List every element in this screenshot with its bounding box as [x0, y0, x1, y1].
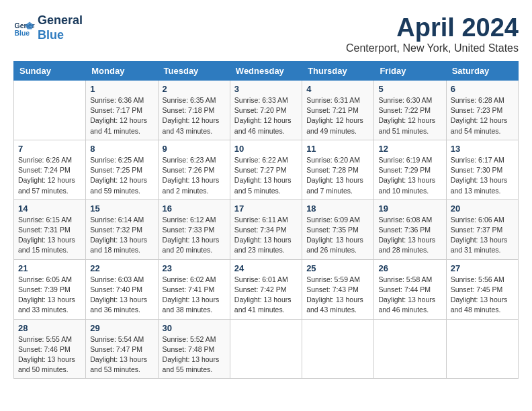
day-info: Sunrise: 5:59 AMSunset: 7:43 PMDaylight:…	[306, 275, 369, 316]
day-number: 29	[90, 323, 153, 333]
calendar-cell: 18Sunrise: 6:09 AMSunset: 7:35 PMDayligh…	[302, 199, 374, 259]
day-number: 5	[378, 84, 441, 94]
calendar-cell: 1Sunrise: 6:36 AMSunset: 7:17 PMDaylight…	[86, 81, 158, 140]
day-info: Sunrise: 6:19 AMSunset: 7:29 PMDaylight:…	[378, 155, 441, 196]
svg-text:Blue: Blue	[15, 30, 30, 37]
day-number: 18	[306, 203, 369, 214]
calendar-table: SundayMondayTuesdayWednesdayThursdayFrid…	[13, 61, 519, 379]
calendar-cell: 25Sunrise: 5:59 AMSunset: 7:43 PMDayligh…	[302, 259, 374, 319]
calendar-cell: 21Sunrise: 6:05 AMSunset: 7:39 PMDayligh…	[14, 259, 86, 319]
calendar-cell: 14Sunrise: 6:15 AMSunset: 7:31 PMDayligh…	[14, 199, 86, 259]
day-info: Sunrise: 6:05 AMSunset: 7:39 PMDaylight:…	[18, 275, 81, 316]
calendar-cell	[446, 319, 518, 379]
header: General Blue General Blue April 2024 Cen…	[13, 13, 519, 54]
weekday-header-row: SundayMondayTuesdayWednesdayThursdayFrid…	[14, 62, 519, 81]
logo-icon: General Blue	[13, 17, 35, 39]
day-info: Sunrise: 6:33 AMSunset: 7:20 PMDaylight:…	[234, 95, 298, 136]
calendar-week-row: 14Sunrise: 6:15 AMSunset: 7:31 PMDayligh…	[14, 199, 519, 259]
day-number: 20	[451, 203, 514, 214]
calendar-cell: 13Sunrise: 6:17 AMSunset: 7:30 PMDayligh…	[446, 140, 518, 199]
calendar-cell: 7Sunrise: 6:26 AMSunset: 7:24 PMDaylight…	[14, 140, 86, 199]
day-info: Sunrise: 5:55 AMSunset: 7:46 PMDaylight:…	[18, 334, 81, 375]
day-number: 27	[451, 263, 514, 273]
day-number: 26	[378, 263, 441, 273]
calendar-cell: 28Sunrise: 5:55 AMSunset: 7:46 PMDayligh…	[14, 319, 86, 379]
calendar-cell: 11Sunrise: 6:20 AMSunset: 7:28 PMDayligh…	[302, 140, 374, 199]
calendar-week-row: 1Sunrise: 6:36 AMSunset: 7:17 PMDaylight…	[14, 81, 519, 140]
day-number: 11	[306, 144, 369, 154]
calendar-cell: 24Sunrise: 6:01 AMSunset: 7:42 PMDayligh…	[230, 259, 302, 319]
day-info: Sunrise: 6:28 AMSunset: 7:23 PMDaylight:…	[451, 95, 514, 136]
calendar-cell: 22Sunrise: 6:03 AMSunset: 7:40 PMDayligh…	[86, 259, 158, 319]
calendar-cell: 8Sunrise: 6:25 AMSunset: 7:25 PMDaylight…	[86, 140, 158, 199]
weekday-header: Tuesday	[158, 62, 230, 81]
calendar-cell: 16Sunrise: 6:12 AMSunset: 7:33 PMDayligh…	[158, 199, 230, 259]
day-number: 22	[90, 263, 153, 273]
calendar-cell: 2Sunrise: 6:35 AMSunset: 7:18 PMDaylight…	[158, 81, 230, 140]
location-title: Centerport, New York, United States	[346, 42, 519, 54]
day-info: Sunrise: 5:58 AMSunset: 7:44 PMDaylight:…	[378, 275, 441, 316]
day-info: Sunrise: 6:14 AMSunset: 7:32 PMDaylight:…	[90, 215, 153, 256]
weekday-header: Monday	[86, 62, 158, 81]
day-info: Sunrise: 6:36 AMSunset: 7:17 PMDaylight:…	[90, 95, 153, 136]
day-info: Sunrise: 6:30 AMSunset: 7:22 PMDaylight:…	[378, 95, 441, 136]
day-info: Sunrise: 6:09 AMSunset: 7:35 PMDaylight:…	[306, 215, 369, 256]
day-info: Sunrise: 6:25 AMSunset: 7:25 PMDaylight:…	[90, 155, 153, 196]
day-number: 16	[163, 203, 226, 214]
logo: General Blue General Blue	[13, 13, 83, 42]
calendar-cell: 9Sunrise: 6:23 AMSunset: 7:26 PMDaylight…	[158, 140, 230, 199]
title-block: April 2024 Centerport, New York, United …	[346, 13, 519, 54]
day-number: 17	[234, 203, 298, 214]
day-info: Sunrise: 6:20 AMSunset: 7:28 PMDaylight:…	[306, 155, 369, 196]
calendar-week-row: 21Sunrise: 6:05 AMSunset: 7:39 PMDayligh…	[14, 259, 519, 319]
calendar-cell: 6Sunrise: 6:28 AMSunset: 7:23 PMDaylight…	[446, 81, 518, 140]
day-number: 23	[163, 263, 226, 273]
calendar-cell	[302, 319, 374, 379]
calendar-cell: 10Sunrise: 6:22 AMSunset: 7:27 PMDayligh…	[230, 140, 302, 199]
day-info: Sunrise: 6:15 AMSunset: 7:31 PMDaylight:…	[18, 215, 81, 256]
day-info: Sunrise: 6:17 AMSunset: 7:30 PMDaylight:…	[451, 155, 514, 196]
month-title: April 2024	[346, 13, 519, 42]
calendar-cell: 30Sunrise: 5:52 AMSunset: 7:48 PMDayligh…	[158, 319, 230, 379]
day-info: Sunrise: 6:22 AMSunset: 7:27 PMDaylight:…	[234, 155, 298, 196]
day-info: Sunrise: 6:26 AMSunset: 7:24 PMDaylight:…	[18, 155, 81, 196]
weekday-header: Thursday	[302, 62, 374, 81]
calendar-cell: 12Sunrise: 6:19 AMSunset: 7:29 PMDayligh…	[374, 140, 446, 199]
weekday-header: Saturday	[446, 62, 518, 81]
calendar-cell: 26Sunrise: 5:58 AMSunset: 7:44 PMDayligh…	[374, 259, 446, 319]
day-info: Sunrise: 5:56 AMSunset: 7:45 PMDaylight:…	[451, 275, 514, 316]
day-number: 8	[90, 144, 153, 154]
calendar-week-row: 7Sunrise: 6:26 AMSunset: 7:24 PMDaylight…	[14, 140, 519, 199]
day-info: Sunrise: 5:54 AMSunset: 7:47 PMDaylight:…	[90, 334, 153, 375]
calendar-cell: 23Sunrise: 6:02 AMSunset: 7:41 PMDayligh…	[158, 259, 230, 319]
day-info: Sunrise: 6:02 AMSunset: 7:41 PMDaylight:…	[163, 275, 226, 316]
calendar-cell	[14, 81, 86, 140]
day-info: Sunrise: 6:35 AMSunset: 7:18 PMDaylight:…	[163, 95, 226, 136]
calendar-cell: 19Sunrise: 6:08 AMSunset: 7:36 PMDayligh…	[374, 199, 446, 259]
day-info: Sunrise: 6:08 AMSunset: 7:36 PMDaylight:…	[378, 215, 441, 256]
day-number: 10	[234, 144, 298, 154]
calendar-cell: 3Sunrise: 6:33 AMSunset: 7:20 PMDaylight…	[230, 81, 302, 140]
day-info: Sunrise: 6:12 AMSunset: 7:33 PMDaylight:…	[163, 215, 226, 256]
day-number: 30	[163, 323, 226, 333]
day-info: Sunrise: 6:23 AMSunset: 7:26 PMDaylight:…	[163, 155, 226, 196]
day-number: 21	[18, 263, 81, 273]
calendar-cell	[230, 319, 302, 379]
day-number: 13	[451, 144, 514, 154]
day-number: 14	[18, 203, 81, 214]
calendar-cell: 15Sunrise: 6:14 AMSunset: 7:32 PMDayligh…	[86, 199, 158, 259]
weekday-header: Sunday	[14, 62, 86, 81]
day-number: 6	[451, 84, 514, 94]
logo-text: General Blue	[38, 13, 83, 42]
calendar-week-row: 28Sunrise: 5:55 AMSunset: 7:46 PMDayligh…	[14, 319, 519, 379]
day-number: 1	[90, 84, 153, 94]
calendar-cell: 5Sunrise: 6:30 AMSunset: 7:22 PMDaylight…	[374, 81, 446, 140]
day-number: 28	[18, 323, 81, 333]
calendar-cell	[374, 319, 446, 379]
calendar-cell: 17Sunrise: 6:11 AMSunset: 7:34 PMDayligh…	[230, 199, 302, 259]
day-number: 3	[234, 84, 298, 94]
day-info: Sunrise: 5:52 AMSunset: 7:48 PMDaylight:…	[163, 334, 226, 375]
day-number: 24	[234, 263, 298, 273]
day-info: Sunrise: 6:31 AMSunset: 7:21 PMDaylight:…	[306, 95, 369, 136]
day-number: 2	[163, 84, 226, 94]
